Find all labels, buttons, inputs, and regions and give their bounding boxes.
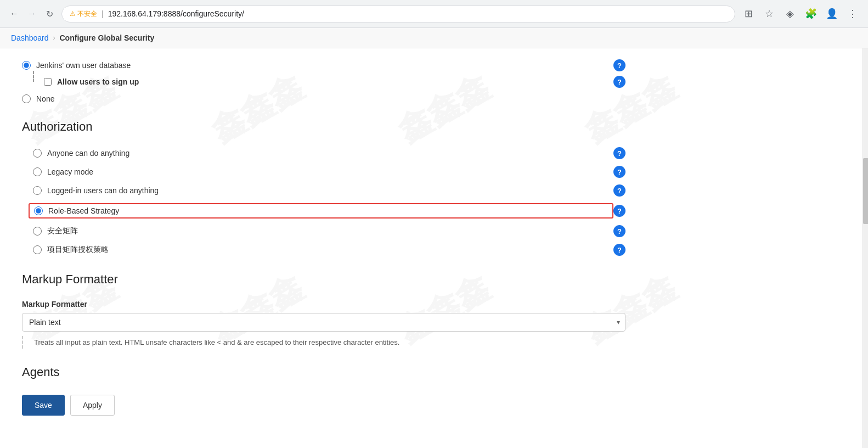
back-button[interactable]: ← — [7, 6, 22, 21]
anyone-radio[interactable] — [33, 149, 42, 158]
breadcrumb-current: Configure Global Security — [60, 33, 155, 42]
page-wrapper: Dashboard › Configure Global Security 鑫鑫… — [0, 28, 868, 448]
apply-button[interactable]: Apply — [70, 395, 115, 416]
allow-signup-help-icon[interactable]: ? — [613, 76, 625, 88]
allow-signup-container: Allow users to sign up ? — [22, 76, 625, 88]
content-inner: Jenkins' own user database ? Allow users… — [22, 59, 625, 416]
rolebased-radio[interactable] — [34, 206, 43, 215]
extensions-button[interactable]: ◈ — [781, 5, 799, 23]
loggedin-help-icon[interactable]: ? — [613, 184, 625, 197]
authorization-radio-group: Anyone can do anything ? Legacy mode ? — [22, 147, 625, 256]
jenkins-db-row: Jenkins' own user database ? — [22, 59, 625, 71]
anyone-option: Anyone can do anything — [33, 149, 613, 158]
jenkins-db-option: Jenkins' own user database — [22, 61, 613, 70]
matrix-radio[interactable] — [33, 227, 42, 236]
allow-signup-checkbox[interactable] — [44, 78, 52, 86]
matrix-option: 安全矩阵 — [33, 226, 613, 236]
security-warning-icon: ⚠ 不安全 — [70, 9, 97, 19]
rolebased-help-icon[interactable]: ? — [613, 205, 625, 217]
menu-button[interactable]: ⋮ — [844, 5, 861, 23]
loggedin-row: Logged-in users can do anything ? — [33, 184, 625, 197]
allow-signup-item: Allow users to sign up — [22, 77, 613, 86]
authorization-title: Authorization — [22, 120, 625, 138]
project-matrix-row: 项目矩阵授权策略 ? — [33, 244, 625, 256]
button-row: Save Apply — [22, 395, 625, 416]
agents-section: Agents Save Apply — [22, 365, 625, 416]
allow-signup-label[interactable]: Allow users to sign up — [57, 77, 139, 86]
content-area: 鑫鑫鑫 鑫鑫鑫 鑫鑫鑫 鑫鑫鑫 鑫鑫鑫 鑫鑫鑫 鑫鑫鑫 鑫鑫鑫 Jenkins'… — [0, 48, 868, 448]
markup-formatter-help-text: Treats all input as plain text. HTML uns… — [22, 336, 625, 349]
address-bar[interactable]: ⚠ 不安全 | 192.168.64.179:8888/configureSec… — [61, 5, 735, 23]
save-button[interactable]: Save — [22, 395, 65, 416]
breadcrumb: Dashboard › Configure Global Security — [0, 28, 868, 48]
none-container: None — [22, 94, 625, 103]
legacy-label[interactable]: Legacy mode — [47, 167, 93, 176]
browser-toolbar-icons: ⊞ ☆ ◈ 🧩 👤 ⋮ — [740, 5, 861, 23]
allow-signup-row: Allow users to sign up ? — [22, 76, 625, 88]
screenshot-button[interactable]: ⊞ — [740, 5, 757, 23]
breadcrumb-home[interactable]: Dashboard — [11, 33, 49, 42]
project-matrix-option: 项目矩阵授权策略 — [33, 245, 613, 255]
none-label[interactable]: None — [36, 94, 54, 103]
markup-formatter-select[interactable]: Plain text Safe HTML — [22, 313, 625, 332]
matrix-row: 安全矩阵 ? — [33, 225, 625, 237]
nav-buttons: ← → ↻ — [7, 6, 57, 21]
url-text: 192.168.64.179:8888/configureSecurity/ — [108, 9, 244, 18]
jenkins-db-label[interactable]: Jenkins' own user database — [36, 61, 131, 70]
breadcrumb-separator: › — [53, 34, 55, 42]
security-realm-section: Jenkins' own user database ? Allow users… — [22, 59, 625, 103]
legacy-row: Legacy mode ? — [33, 166, 625, 178]
reload-button[interactable]: ↻ — [42, 6, 57, 21]
rolebased-option: Role-Based Strategy — [29, 203, 613, 219]
loggedin-option: Logged-in users can do anything — [33, 186, 613, 195]
agents-title: Agents — [22, 365, 625, 384]
none-radio[interactable] — [22, 94, 31, 103]
profile-button[interactable]: 👤 — [823, 5, 841, 23]
none-option: None — [22, 94, 625, 103]
legacy-radio[interactable] — [33, 167, 42, 176]
matrix-label[interactable]: 安全矩阵 — [47, 226, 78, 236]
matrix-help-icon[interactable]: ? — [613, 225, 625, 237]
anyone-label[interactable]: Anyone can do anything — [47, 149, 129, 158]
rolebased-row: Role-Based Strategy ? — [33, 203, 625, 219]
markup-formatter-select-wrapper: Plain text Safe HTML ▾ — [22, 313, 625, 332]
scrollbar-thumb[interactable] — [863, 158, 868, 224]
project-matrix-label[interactable]: 项目矩阵授权策略 — [47, 245, 109, 255]
browser-toolbar: ← → ↻ ⚠ 不安全 | 192.168.64.179:8888/config… — [0, 0, 868, 27]
markup-formatter-section: Markup Formatter Markup Formatter Plain … — [22, 272, 625, 349]
browser-chrome: ← → ↻ ⚠ 不安全 | 192.168.64.179:8888/config… — [0, 0, 868, 28]
project-matrix-help-icon[interactable]: ? — [613, 244, 625, 256]
loggedin-label[interactable]: Logged-in users can do anything — [47, 186, 159, 195]
puzzle-button[interactable]: 🧩 — [802, 5, 820, 23]
anyone-help-icon[interactable]: ? — [613, 147, 625, 159]
markup-formatter-label: Markup Formatter — [22, 300, 625, 309]
scrollbar-track[interactable] — [863, 48, 868, 448]
jenkins-db-help-icon[interactable]: ? — [613, 59, 625, 71]
markup-formatter-title: Markup Formatter — [22, 272, 625, 291]
rolebased-label[interactable]: Role-Based Strategy — [48, 206, 119, 215]
main-content: 鑫鑫鑫 鑫鑫鑫 鑫鑫鑫 鑫鑫鑫 鑫鑫鑫 鑫鑫鑫 鑫鑫鑫 鑫鑫鑫 Jenkins'… — [0, 48, 863, 448]
forward-button[interactable]: → — [24, 6, 40, 21]
legacy-option: Legacy mode — [33, 167, 613, 176]
anyone-row: Anyone can do anything ? — [33, 147, 625, 159]
legacy-help-icon[interactable]: ? — [613, 166, 625, 178]
authorization-section: Authorization Anyone can do anything ? — [22, 120, 625, 256]
bookmark-button[interactable]: ☆ — [760, 5, 778, 23]
jenkins-db-radio[interactable] — [22, 61, 31, 70]
project-matrix-radio[interactable] — [33, 245, 42, 254]
loggedin-radio[interactable] — [33, 186, 42, 195]
